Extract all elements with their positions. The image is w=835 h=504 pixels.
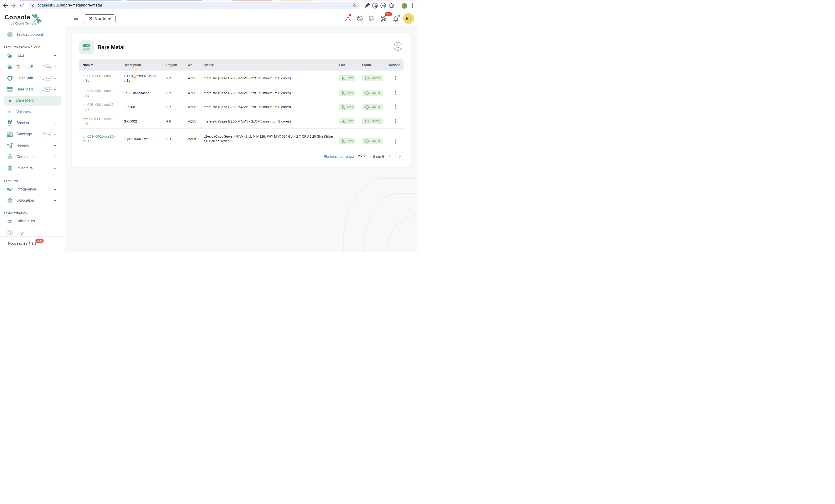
svg-text:rM: rM (382, 4, 385, 7)
